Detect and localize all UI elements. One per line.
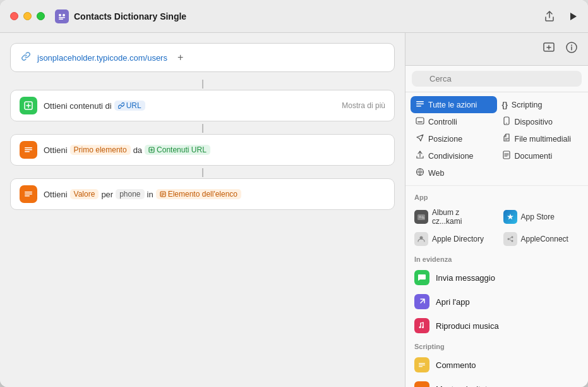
search-input[interactable] xyxy=(412,71,582,87)
riproduci-musica-icon xyxy=(414,318,429,333)
action-block-2[interactable]: Ottieni Primo elemento da Contenuti URL xyxy=(10,134,395,166)
category-condivisione[interactable]: Condivisione xyxy=(411,147,497,164)
search-bar xyxy=(405,66,588,92)
chip-valore[interactable]: Valore xyxy=(70,189,99,199)
connector1 xyxy=(10,80,395,89)
mostra-piu[interactable]: Mostra di più xyxy=(342,101,385,110)
action-chip-url[interactable]: URL xyxy=(114,101,145,111)
url-plus[interactable]: + xyxy=(177,52,183,63)
svg-point-30 xyxy=(419,216,421,218)
category-file[interactable]: File multimediali xyxy=(497,130,584,147)
svg-point-1 xyxy=(63,14,65,16)
scripting-icon: {} xyxy=(502,101,508,109)
scripting-label: Scripting xyxy=(512,101,543,109)
category-dispositivo[interactable]: Dispositivo xyxy=(497,113,584,130)
close-button[interactable] xyxy=(10,12,18,20)
main-content: jsonplaceholder.typicode.com/users + xyxy=(0,33,588,387)
url-bar[interactable]: jsonplaceholder.typicode.com/users + xyxy=(10,43,395,72)
sidebar-item-commento[interactable]: Commento xyxy=(405,353,588,377)
action-label-2b: da xyxy=(133,145,142,155)
sidebar-item-mostra-risultato[interactable]: Mostra risultato xyxy=(405,377,588,387)
workflow-panel: jsonplaceholder.typicode.com/users + xyxy=(0,33,405,387)
posizione-icon xyxy=(416,133,424,144)
appstore-icon xyxy=(503,210,517,224)
category-posizione[interactable]: Posizione xyxy=(411,130,497,147)
controlli-label: Controlli xyxy=(428,118,457,126)
svg-point-34 xyxy=(511,240,513,242)
maximize-button[interactable] xyxy=(37,12,45,20)
category-tutte[interactable]: Tutte le azioni xyxy=(411,96,497,113)
file-icon xyxy=(502,133,511,144)
sidebar-item-invia-messaggio[interactable]: Invia messaggio xyxy=(405,266,588,290)
svg-rect-20 xyxy=(416,101,424,102)
category-scripting[interactable]: {} Scripting xyxy=(497,96,584,113)
chip-primo-elemento[interactable]: Primo elemento xyxy=(70,145,131,155)
category-documenti[interactable]: Documenti xyxy=(497,147,584,164)
svg-point-26 xyxy=(506,123,507,124)
dispositivo-icon xyxy=(502,116,511,127)
action-label-3c: in xyxy=(147,190,153,199)
svg-rect-11 xyxy=(25,195,30,197)
mostra-risultato-icon xyxy=(414,381,429,387)
commento-icon xyxy=(414,357,429,372)
connector2 xyxy=(10,124,395,133)
app-item-album[interactable]: Album z cz...kami xyxy=(408,205,497,229)
action-label-2a: Ottieni xyxy=(44,145,68,155)
condivisione-label: Condivisione xyxy=(428,152,474,161)
sidebar-item-riproduci-musica[interactable]: Riproduci musica xyxy=(405,314,588,338)
minimize-button[interactable] xyxy=(23,12,32,20)
category-controlli[interactable]: Controlli xyxy=(411,113,497,130)
svg-point-36 xyxy=(422,326,424,328)
svg-rect-14 xyxy=(161,194,164,195)
documenti-icon xyxy=(502,150,511,161)
svg-rect-39 xyxy=(419,366,423,367)
chip-contenuti-url[interactable]: Contenuti URL xyxy=(145,145,210,155)
svg-rect-22 xyxy=(416,106,421,107)
app-item-appstore[interactable]: App Store xyxy=(497,205,586,229)
svg-point-18 xyxy=(571,45,572,46)
chip-phone[interactable]: phone xyxy=(116,189,144,199)
svg-point-33 xyxy=(511,236,513,238)
action-block-1[interactable]: Ottieni contenuti di URL Mostra di più xyxy=(10,90,395,121)
category-web[interactable]: Web xyxy=(411,164,497,181)
app-item-directory[interactable]: Apple Directory xyxy=(408,229,497,249)
action-icon-2 xyxy=(20,141,37,159)
window-title: Contacts Dictionary Single xyxy=(74,11,544,22)
action-content-2: Ottieni Primo elemento da Contenuti URL xyxy=(44,145,385,155)
action-block-3[interactable]: Ottieni Valore per phone in xyxy=(10,178,395,210)
svg-point-0 xyxy=(59,14,61,16)
controlli-icon xyxy=(416,116,424,127)
add-to-library-button[interactable] xyxy=(543,41,555,57)
directory-icon xyxy=(414,232,428,246)
appstore-label: App Store xyxy=(521,212,555,221)
scripting-section-label: Scripting xyxy=(405,338,588,353)
app-item-appleconnect[interactable]: AppleConnect xyxy=(497,229,586,249)
share-button[interactable] xyxy=(544,11,555,22)
app-window: Contacts Dictionary Single xyxy=(0,0,588,387)
sidebar-toolbar xyxy=(405,33,588,66)
chip-elemento-elenco[interactable]: Elemento dell'elenco xyxy=(156,189,241,199)
svg-point-35 xyxy=(419,326,421,328)
info-button[interactable] xyxy=(565,41,578,57)
dispositivo-label: Dispositivo xyxy=(515,118,553,126)
app-grid: Album z cz...kami App Store xyxy=(405,204,588,250)
sidebar: Tutte le azioni {} Scripting Controlli xyxy=(405,33,588,387)
svg-rect-2 xyxy=(59,17,65,18)
sidebar-item-apri-app[interactable]: Apri l'app xyxy=(405,290,588,314)
action-icon-1 xyxy=(20,97,37,114)
link-icon xyxy=(21,51,31,64)
play-button[interactable] xyxy=(568,11,578,22)
appleconnect-icon xyxy=(503,232,517,246)
titlebar-actions xyxy=(544,11,578,22)
svg-rect-15 xyxy=(161,195,163,196)
svg-rect-21 xyxy=(416,104,424,105)
album-icon xyxy=(414,210,428,224)
list-icon xyxy=(416,99,424,110)
album-label: Album z cz...kami xyxy=(432,208,491,226)
documenti-label: Documenti xyxy=(515,152,553,161)
svg-rect-13 xyxy=(161,193,164,194)
sidebar-scroll: App Album z cz...kami xyxy=(405,186,588,387)
connector3 xyxy=(10,168,395,177)
condivisione-icon xyxy=(416,150,424,161)
riproduci-musica-label: Riproduci musica xyxy=(436,321,499,331)
